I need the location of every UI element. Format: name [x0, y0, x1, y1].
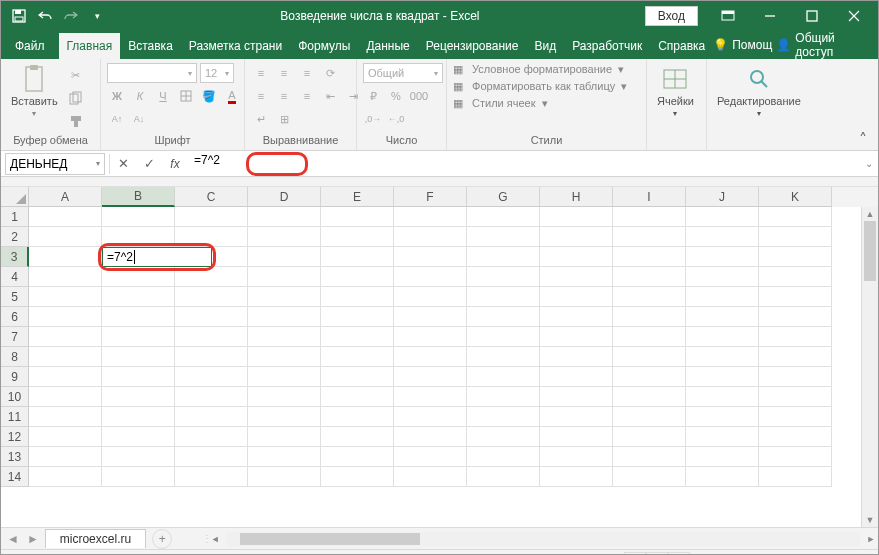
- col-header[interactable]: C: [175, 187, 248, 207]
- cell[interactable]: [467, 287, 540, 307]
- borders-icon[interactable]: [176, 86, 196, 106]
- cell[interactable]: [29, 447, 102, 467]
- cell[interactable]: [175, 427, 248, 447]
- cell[interactable]: [321, 327, 394, 347]
- col-header[interactable]: G: [467, 187, 540, 207]
- minimize-icon[interactable]: [750, 1, 790, 31]
- copy-icon[interactable]: [66, 88, 86, 108]
- comma-icon[interactable]: 000: [409, 86, 429, 106]
- tell-me[interactable]: 💡Помощ: [713, 38, 772, 52]
- select-all-corner[interactable]: [1, 187, 29, 207]
- cell[interactable]: [613, 327, 686, 347]
- cell[interactable]: [248, 447, 321, 467]
- cell[interactable]: [102, 247, 175, 267]
- cell[interactable]: [102, 447, 175, 467]
- cell[interactable]: [175, 267, 248, 287]
- cell[interactable]: [321, 447, 394, 467]
- cell[interactable]: [175, 387, 248, 407]
- cell[interactable]: [759, 247, 832, 267]
- cell[interactable]: [686, 247, 759, 267]
- cell[interactable]: [613, 427, 686, 447]
- cell[interactable]: [29, 287, 102, 307]
- col-header[interactable]: B: [102, 187, 175, 207]
- cell[interactable]: [248, 287, 321, 307]
- undo-icon[interactable]: [33, 4, 57, 28]
- tab-file[interactable]: Файл: [1, 33, 59, 59]
- cell[interactable]: [686, 227, 759, 247]
- view-page-layout-icon[interactable]: ▭: [646, 552, 668, 556]
- cell[interactable]: [613, 287, 686, 307]
- row-header[interactable]: 13: [1, 447, 29, 467]
- cell[interactable]: [248, 387, 321, 407]
- cell[interactable]: [759, 227, 832, 247]
- cell[interactable]: [759, 447, 832, 467]
- cell[interactable]: [686, 467, 759, 487]
- row-header[interactable]: 2: [1, 227, 29, 247]
- cell[interactable]: [540, 347, 613, 367]
- cell[interactable]: [175, 307, 248, 327]
- tab-developer[interactable]: Разработчик: [564, 33, 650, 59]
- percent-icon[interactable]: %: [386, 86, 406, 106]
- cell[interactable]: [613, 467, 686, 487]
- cell[interactable]: [759, 367, 832, 387]
- currency-icon[interactable]: ₽: [363, 86, 383, 106]
- row-header[interactable]: 8: [1, 347, 29, 367]
- cell[interactable]: [759, 467, 832, 487]
- row-header[interactable]: 4: [1, 267, 29, 287]
- cell[interactable]: [29, 207, 102, 227]
- cell[interactable]: [686, 267, 759, 287]
- save-icon[interactable]: [7, 4, 31, 28]
- col-header[interactable]: F: [394, 187, 467, 207]
- fill-color-icon[interactable]: 🪣: [199, 86, 219, 106]
- cell[interactable]: [540, 467, 613, 487]
- cell[interactable]: [394, 287, 467, 307]
- cell[interactable]: [686, 327, 759, 347]
- cell[interactable]: [467, 387, 540, 407]
- font-color-icon[interactable]: A: [222, 86, 242, 106]
- cell[interactable]: [321, 427, 394, 447]
- wrap-text-icon[interactable]: ↵: [251, 109, 271, 129]
- tab-data[interactable]: Данные: [358, 33, 417, 59]
- cell[interactable]: [613, 307, 686, 327]
- view-normal-icon[interactable]: ▦: [624, 552, 646, 556]
- tab-formulas[interactable]: Формулы: [290, 33, 358, 59]
- cell[interactable]: [321, 387, 394, 407]
- cell[interactable]: [102, 467, 175, 487]
- qat-dropdown-icon[interactable]: ▾: [85, 4, 109, 28]
- cancel-formula-icon[interactable]: ✕: [110, 153, 136, 175]
- bold-icon[interactable]: Ж: [107, 86, 127, 106]
- scroll-left-icon[interactable]: ◄: [208, 534, 222, 544]
- cell[interactable]: [102, 327, 175, 347]
- row-header[interactable]: 12: [1, 427, 29, 447]
- cell[interactable]: [394, 327, 467, 347]
- cell[interactable]: [686, 207, 759, 227]
- cell[interactable]: [467, 407, 540, 427]
- horizontal-scrollbar[interactable]: [226, 532, 860, 546]
- cell[interactable]: [248, 327, 321, 347]
- row-header[interactable]: 10: [1, 387, 29, 407]
- worksheet-grid[interactable]: ABCDEFGHIJK 1234567891011121314 =7^2 ▲ ▼: [1, 187, 878, 527]
- cell[interactable]: [467, 247, 540, 267]
- cell[interactable]: [394, 307, 467, 327]
- cell[interactable]: [613, 367, 686, 387]
- sheet-nav-next-icon[interactable]: ►: [27, 532, 39, 546]
- cell[interactable]: [759, 287, 832, 307]
- cell[interactable]: [759, 387, 832, 407]
- align-right-icon[interactable]: ≡: [297, 86, 317, 106]
- cell[interactable]: [540, 227, 613, 247]
- cell[interactable]: [29, 347, 102, 367]
- cell[interactable]: [467, 267, 540, 287]
- cell[interactable]: [102, 427, 175, 447]
- cell[interactable]: [102, 227, 175, 247]
- cell[interactable]: [248, 427, 321, 447]
- cell[interactable]: [759, 407, 832, 427]
- cell[interactable]: [467, 327, 540, 347]
- cell[interactable]: [102, 347, 175, 367]
- italic-icon[interactable]: К: [130, 86, 150, 106]
- cell[interactable]: [613, 387, 686, 407]
- underline-icon[interactable]: Ч: [153, 86, 173, 106]
- col-header[interactable]: H: [540, 187, 613, 207]
- cell[interactable]: [613, 447, 686, 467]
- row-header[interactable]: 9: [1, 367, 29, 387]
- tab-insert[interactable]: Вставка: [120, 33, 181, 59]
